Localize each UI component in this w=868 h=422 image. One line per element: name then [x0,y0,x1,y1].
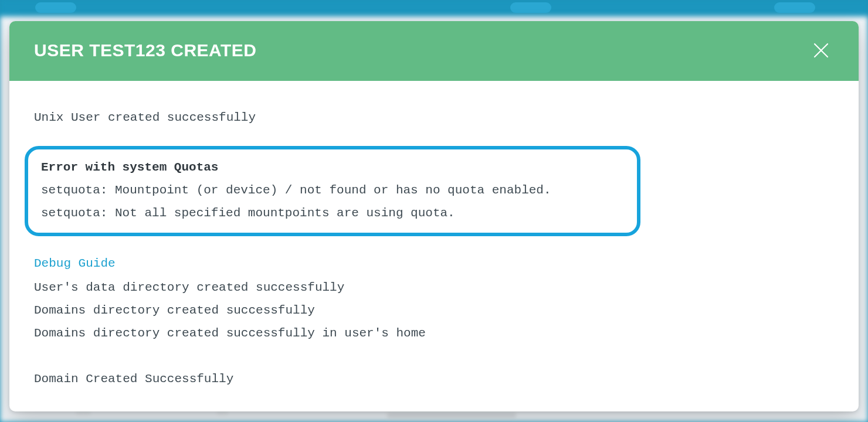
user-created-modal: USER TEST123 CREATED Unix User created s… [9,21,859,411]
modal-header: USER TEST123 CREATED [9,21,859,81]
modal-title: USER TEST123 CREATED [34,40,257,60]
bg-shape [774,2,815,13]
quota-error-box: Error with system Quotas setquota: Mount… [25,146,640,237]
step-domains-dir: Domains directory created successfully [34,300,834,322]
spacer [34,345,834,368]
step-data-dir: User's data directory created successful… [34,277,834,300]
error-heading: Error with system Quotas [41,156,624,179]
intro-message: Unix User created successfully [34,107,834,130]
error-line-2: setquota: Not all specified mountpoints … [41,202,624,225]
close-icon [812,42,830,59]
step-domain-created: Domain Created Successfully [34,368,834,391]
error-line-1: setquota: Mountpoint (or device) / not f… [41,179,624,202]
step-domains-home: Domains directory created successfully i… [34,322,834,345]
bg-shape [35,2,76,13]
bg-shape [510,2,551,13]
close-button[interactable] [808,38,834,63]
modal-body: Unix User created successfully Error wit… [9,81,859,408]
debug-guide-link[interactable]: Debug Guide [34,253,116,275]
bg-shape [387,413,516,418]
